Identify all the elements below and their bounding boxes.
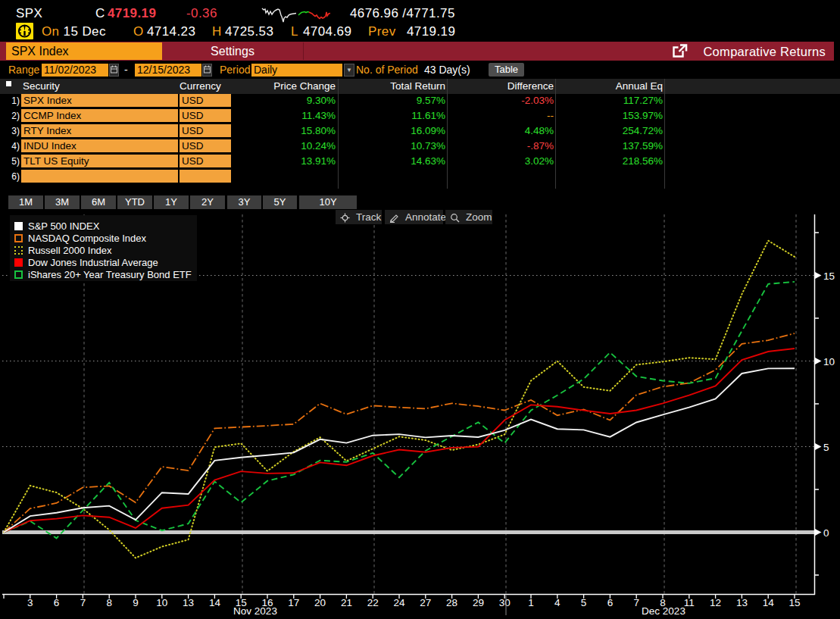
svg-text:1: 1 <box>528 597 534 608</box>
svg-text:22: 22 <box>367 597 379 608</box>
svg-text:3: 3 <box>27 597 33 608</box>
svg-text:15: 15 <box>788 597 800 608</box>
svg-text:14: 14 <box>763 597 775 608</box>
svg-text:7: 7 <box>80 597 86 608</box>
svg-text:27: 27 <box>420 597 431 608</box>
svg-text:13: 13 <box>183 597 194 608</box>
svg-text:20: 20 <box>314 597 326 608</box>
svg-text:9: 9 <box>133 597 139 608</box>
svg-text:17: 17 <box>288 597 299 608</box>
svg-text:4: 4 <box>554 597 561 608</box>
svg-text:6: 6 <box>607 597 614 608</box>
svg-text:13: 13 <box>736 597 748 608</box>
svg-text:Dec 2023: Dec 2023 <box>642 605 685 617</box>
svg-text:24: 24 <box>393 597 405 608</box>
svg-text:12: 12 <box>710 597 721 608</box>
svg-text:0: 0 <box>823 527 829 539</box>
svg-text:28: 28 <box>446 597 457 608</box>
svg-text:5: 5 <box>581 597 587 608</box>
svg-text:21: 21 <box>341 597 352 608</box>
svg-text:10: 10 <box>823 356 835 367</box>
svg-text:10: 10 <box>156 597 167 608</box>
svg-text:5: 5 <box>823 442 829 453</box>
svg-text:6: 6 <box>54 597 60 608</box>
svg-text:14: 14 <box>209 597 221 608</box>
svg-text:15: 15 <box>823 270 835 282</box>
svg-text:Nov 2023: Nov 2023 <box>233 605 277 617</box>
svg-text:8: 8 <box>106 597 112 608</box>
svg-text:30: 30 <box>499 597 511 608</box>
svg-text:7: 7 <box>633 597 639 608</box>
svg-text:29: 29 <box>473 597 484 608</box>
